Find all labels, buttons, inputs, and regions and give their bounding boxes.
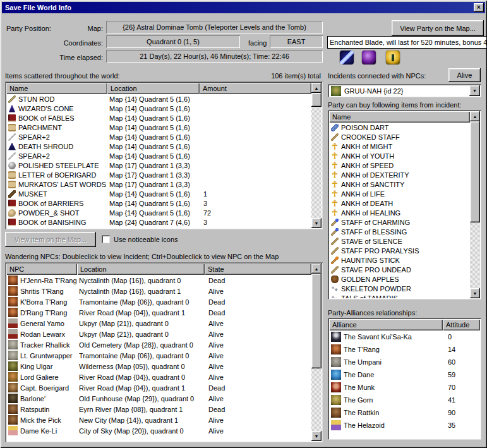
alliance-row[interactable]: The Rattkin 90 <box>329 406 480 419</box>
items-scrollbar[interactable]: ▲ ▼ <box>311 83 322 228</box>
buy-item-row[interactable]: ANKH of SANCTITY <box>329 179 480 189</box>
buy-item-row[interactable]: STAFF of CHARMING <box>329 217 480 227</box>
items-column-location[interactable]: Location <box>107 83 200 94</box>
buy-item-row[interactable]: STAFF of BLESSING <box>329 227 480 236</box>
npc-row[interactable]: Dame Ke-Li City of Sky (Map {20}), quadr… <box>6 425 322 436</box>
buy-item-row[interactable]: HAUNTING STICK <box>329 255 480 265</box>
npc-row[interactable]: King Ulgar Wilderness (Map {05}), quadra… <box>6 361 322 372</box>
coordinates-field: Quadrant 0 (1, 5) <box>106 35 240 48</box>
alliance-row[interactable]: The T'Rang 14 <box>329 343 480 356</box>
npc-row[interactable]: Mick the Pick New City (Map {14}), quadr… <box>6 415 322 425</box>
buy-item-row[interactable]: STAFF PRO PARALYSIS <box>329 246 480 255</box>
item-row[interactable]: SPEAR+2 Map {14} Quadrant 5 (1,6) <box>6 132 322 142</box>
buy-item-row[interactable]: ANKH of DEXTERITY <box>329 170 480 179</box>
buy-item-row[interactable]: GOLDEN APPLES <box>329 274 480 284</box>
npc-row[interactable]: Lt. Gruntwrapper Tramontaine (Map {06}),… <box>6 350 322 361</box>
view-party-button[interactable]: View Party on the Map... <box>392 20 484 36</box>
title-bar[interactable]: Save File World Info × <box>2 2 485 13</box>
npc-row[interactable]: Ratsputin Eyrn River (Map {08}), quadran… <box>6 404 322 415</box>
item-location: Map {14} Quadrant 5 (1,6) <box>107 152 200 160</box>
buy-item-row[interactable]: ANKH of YOUTH <box>329 151 480 160</box>
item-row[interactable]: SPEAR+2 Map {14} Quadrant 5 (1,6) <box>6 151 322 160</box>
alliance-row[interactable]: The Savant Kui'Sa-Ka 0 <box>329 330 480 343</box>
item-row[interactable]: DEATH SHROUD Map {14} Quadrant 5 (1,6) <box>6 142 322 151</box>
buy-items-scrollbar-thumb[interactable] <box>470 121 480 222</box>
buy-item-row[interactable]: ANKH of SPEED <box>329 160 480 170</box>
buy-item-row[interactable]: ANKH of MIGHT <box>329 142 480 151</box>
buy-item-row[interactable]: CROOKED STAFF <box>329 132 480 142</box>
item-row[interactable]: POWDER_& SHOT Map {14} Quadrant 5 (1,6) … <box>6 208 322 217</box>
item-row[interactable]: WIZARD'S CONE Map {14} Quadrant 5 (1,6) <box>6 104 322 113</box>
buy-item-row[interactable]: ANKH of LIFE <box>329 189 480 198</box>
item-location: Map {14} Quadrant 5 (1,6) <box>107 200 200 207</box>
items-column-amount[interactable]: Amount <box>200 83 311 94</box>
npc-row[interactable]: Rodan Lewarx Ukpyr (Map {21}), quadrant … <box>6 329 322 339</box>
npc-row[interactable]: K'Borra T'Rang Tramontaine (Map {06}), q… <box>6 296 322 307</box>
alliance-row[interactable]: The Munk 70 <box>329 381 480 394</box>
npc-row[interactable]: Capt. Boerigard River Road (Map {04}), q… <box>6 382 322 393</box>
scroll-down-icon[interactable]: ▼ <box>311 431 322 441</box>
scroll-up-icon[interactable]: ▲ <box>470 111 480 121</box>
enchanted-blade-effect-icon <box>340 51 354 64</box>
buy-item-row[interactable]: SKELETON POWDER <box>329 284 480 293</box>
incident-combobox[interactable]: GRUU-NAH {id 22} ▼ <box>328 84 481 97</box>
items-scrollbar-thumb[interactable] <box>311 93 322 107</box>
alive-button[interactable]: Alive <box>448 68 481 82</box>
buy-item-icon <box>331 200 339 207</box>
alliance-row[interactable]: The Gorn 41 <box>329 394 480 406</box>
close-icon: × <box>477 4 481 11</box>
close-button[interactable]: × <box>474 3 484 12</box>
scroll-up-icon[interactable]: ▲ <box>311 83 322 93</box>
alliance-row[interactable]: The Dane 59 <box>329 368 480 381</box>
alliance-row[interactable]: The Umpani 60 <box>329 356 480 368</box>
buy-item-icon <box>331 209 339 217</box>
scroll-up-icon[interactable]: ▲ <box>311 263 322 274</box>
npc-row[interactable]: D'Rang T'Rang River Road (Map {04}), qua… <box>6 307 322 318</box>
buy-item-row[interactable]: STAVE PRO UNDEAD <box>329 265 480 274</box>
scroll-down-icon[interactable]: ▼ <box>470 288 480 298</box>
buy-item-row[interactable]: ANKH of HEALING <box>329 208 480 217</box>
npc-row[interactable]: Tracker Rhallick Old Cemetery (Map {28})… <box>6 339 322 350</box>
npc-scrollbar-thumb[interactable] <box>311 274 322 368</box>
use-noticeable-icons-checkbox[interactable] <box>102 235 110 243</box>
item-row[interactable]: BOOK of BANISHING Map {24} Quadrant 7 (4… <box>6 217 322 227</box>
alliance-column-alliance[interactable]: Alliance <box>329 319 443 330</box>
item-row[interactable]: LETTER of BOERIGARD Map {17} Quadrant 1 … <box>6 170 322 179</box>
item-row[interactable]: POLISHED STEELPLATE Map {17} Quadrant 1 … <box>6 160 322 170</box>
npc-row[interactable]: Barlone' Old Funhouse (Map {29}), quadra… <box>6 393 322 404</box>
npc-row[interactable]: H'Jenn-Ra T'Rang Nyctalinth (Map {16}), … <box>6 275 322 286</box>
npc-portrait-icon <box>8 318 18 328</box>
npc-column-state[interactable]: State <box>205 263 311 275</box>
items-column-name[interactable]: Name <box>6 83 107 94</box>
buy-item-icon <box>331 219 339 226</box>
alliance-icon <box>331 332 341 342</box>
incident-icon <box>331 86 341 96</box>
item-icon <box>8 152 16 160</box>
scroll-down-icon[interactable]: ▼ <box>311 218 322 228</box>
npc-row[interactable]: Shritis T'Rang Nyctalinth (Map {16}), qu… <box>6 286 322 296</box>
buy-column-name[interactable]: Name <box>329 111 470 123</box>
npc-column-npc[interactable]: NPC <box>6 263 77 275</box>
item-row[interactable]: STUN ROD Map {14} Quadrant 5 (1,6) <box>6 94 322 104</box>
npc-scrollbar[interactable]: ▲ ▼ <box>311 263 322 441</box>
item-row[interactable]: PARCHMENT Map {14} Quadrant 5 (1,6) <box>6 123 322 132</box>
alliance-column-attitude[interactable]: Attitude <box>443 319 480 330</box>
item-row[interactable]: BOOK of BARRIERS Map {14} Quadrant 5 (1,… <box>6 198 322 208</box>
npc-column-location[interactable]: Location <box>77 263 205 275</box>
npc-row[interactable]: Lord Galiere River Road (Map {04}), quad… <box>6 372 322 382</box>
alliance-name: The Savant Kui'Sa-Ka <box>344 333 412 341</box>
item-row[interactable]: MUSKET Map {14} Quadrant 5 (1,6) 1 <box>6 189 322 198</box>
buy-items-scrollbar[interactable]: ▲ ▼ <box>470 111 480 298</box>
item-row[interactable]: MURKATOS' LAST WORDS Map {17} Quadrant 1… <box>6 179 322 189</box>
buy-item-row[interactable]: ANKH of DEATH <box>329 198 480 208</box>
item-row[interactable]: BOOK of FABLES Map {14} Quadrant 5 (1,6) <box>6 113 322 123</box>
buy-item-row[interactable]: TALS of TAMARIS <box>329 293 480 298</box>
combo-dropdown-button[interactable]: ▼ <box>469 85 480 96</box>
view-item-button[interactable]: View item on the Map... <box>5 232 96 247</box>
buy-item-row[interactable]: POISON DART <box>329 123 480 132</box>
npc-location: New City (Map {14}), quadrant 1 <box>77 416 205 424</box>
alliance-row[interactable]: The Helazoid 35 <box>329 419 480 432</box>
npc-row[interactable]: General Yamo Ukpyr (Map {21}), quadrant … <box>6 318 322 329</box>
buy-item-row[interactable]: STAVE of SILENCE <box>329 236 480 246</box>
use-noticeable-icons-label[interactable]: Use noticeable icons <box>114 236 178 243</box>
